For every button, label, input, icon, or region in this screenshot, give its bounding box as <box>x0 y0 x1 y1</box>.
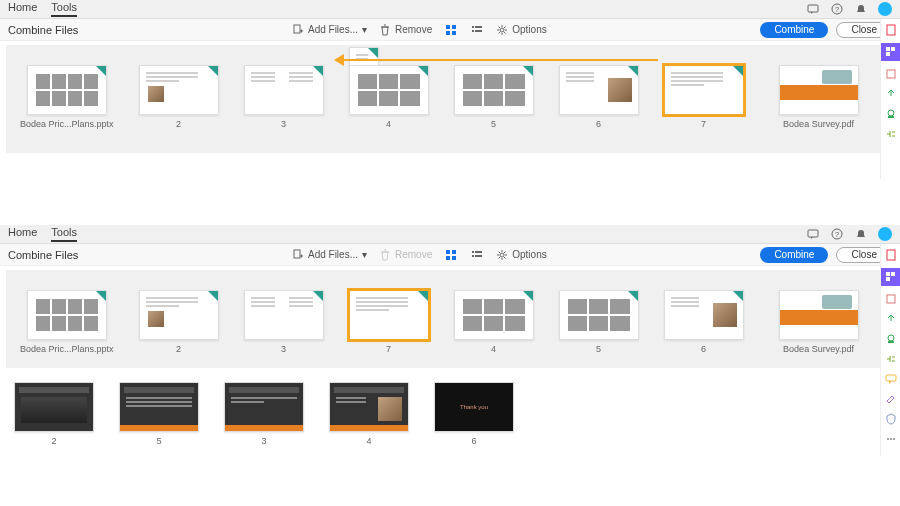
thumb-item[interactable]: 2 <box>139 290 219 354</box>
thumb-item[interactable]: 6 <box>559 65 639 129</box>
chevron-down-icon: ▾ <box>362 24 367 35</box>
svg-rect-15 <box>891 47 895 51</box>
thumb-item[interactable]: Thank you6 <box>434 382 514 446</box>
right-rail <box>880 244 900 456</box>
svg-rect-19 <box>888 116 894 118</box>
svg-rect-17 <box>887 70 895 78</box>
svg-rect-0 <box>808 5 818 12</box>
top-bar: Home Tools ? <box>0 225 900 244</box>
thumb-item[interactable]: 5 <box>559 290 639 354</box>
svg-rect-13 <box>887 25 895 35</box>
page-title: Combine Files <box>8 249 78 261</box>
tab-home[interactable]: Home <box>8 226 37 242</box>
list-view-icon[interactable] <box>470 248 484 262</box>
chat-icon[interactable] <box>806 2 820 16</box>
rail-crop-icon[interactable] <box>884 67 898 81</box>
rail-combine-icon[interactable] <box>881 268 901 286</box>
options-button[interactable]: Options <box>496 249 546 261</box>
tab-tools[interactable]: Tools <box>51 226 77 242</box>
thumb-area: Bodea Pric...Plans.pptx 2 3 4 5 6 7 Bode… <box>6 45 894 153</box>
svg-rect-8 <box>472 26 474 28</box>
tab-tools[interactable]: Tools <box>51 1 77 17</box>
svg-rect-35 <box>891 272 895 276</box>
svg-rect-39 <box>888 341 894 343</box>
svg-rect-30 <box>472 255 474 257</box>
thumb-item[interactable]: 7 <box>349 290 429 354</box>
chat-icon[interactable] <box>806 227 820 241</box>
options-button[interactable]: Options <box>496 24 546 36</box>
thumb-item[interactable]: Bodea Survey.pdf <box>779 290 859 354</box>
remove-button[interactable]: Remove <box>379 249 432 261</box>
thumb-area: Bodea Pric...Plans.pptx 2 3 7 4 5 6 Bode… <box>6 270 894 368</box>
thumb-item[interactable]: Bodea Survey.pdf <box>779 65 859 129</box>
svg-rect-34 <box>886 272 890 276</box>
svg-rect-26 <box>446 256 450 260</box>
right-rail <box>880 19 900 179</box>
thumb-item[interactable]: 5 <box>454 65 534 129</box>
grid-view-icon[interactable] <box>444 248 458 262</box>
help-icon[interactable]: ? <box>830 227 844 241</box>
svg-rect-7 <box>452 31 456 35</box>
bell-icon[interactable] <box>854 227 868 241</box>
rail-organize-icon[interactable] <box>884 127 898 141</box>
rail-pdf-icon[interactable] <box>884 248 898 262</box>
rail-organize-icon[interactable] <box>884 352 898 366</box>
svg-rect-5 <box>452 25 456 29</box>
svg-text:?: ? <box>835 5 840 14</box>
tab-home[interactable]: Home <box>8 1 37 17</box>
svg-point-32 <box>500 253 504 257</box>
svg-rect-40 <box>886 375 896 381</box>
rail-comment-icon[interactable] <box>884 372 898 386</box>
rail-export-icon[interactable] <box>884 312 898 326</box>
rail-combine-icon[interactable] <box>881 43 901 61</box>
combine-button[interactable]: Combine <box>760 22 828 38</box>
remove-button[interactable]: Remove <box>379 24 432 36</box>
svg-rect-10 <box>472 30 474 32</box>
svg-rect-24 <box>446 250 450 254</box>
thumb-item[interactable]: 2 <box>14 382 94 446</box>
thumb-item[interactable]: 3 <box>224 382 304 446</box>
rail-stamp-icon[interactable] <box>884 107 898 121</box>
rail-pdf-icon[interactable] <box>884 23 898 37</box>
rail-stamp-icon[interactable] <box>884 332 898 346</box>
grid-view-icon[interactable] <box>444 23 458 37</box>
svg-text:?: ? <box>835 230 840 239</box>
avatar[interactable] <box>878 2 892 16</box>
thumb-item[interactable]: 7 <box>664 65 744 129</box>
svg-rect-28 <box>472 251 474 253</box>
thumb-item[interactable]: 4 <box>454 290 534 354</box>
thumb-item[interactable]: 6 <box>664 290 744 354</box>
avatar[interactable] <box>878 227 892 241</box>
thumb-item[interactable]: 3 <box>244 290 324 354</box>
help-icon[interactable]: ? <box>830 2 844 16</box>
svg-rect-6 <box>446 31 450 35</box>
list-view-icon[interactable] <box>470 23 484 37</box>
svg-rect-9 <box>475 26 482 28</box>
combine-button[interactable]: Combine <box>760 247 828 263</box>
rail-fill-icon[interactable] <box>884 392 898 406</box>
thumb-item[interactable]: 4 <box>349 65 429 129</box>
thumb-item[interactable]: 4 <box>329 382 409 446</box>
chevron-down-icon: ▾ <box>362 249 367 260</box>
rail-crop-icon[interactable] <box>884 292 898 306</box>
thumb-item[interactable]: Bodea Pric...Plans.pptx <box>20 65 114 129</box>
rail-more-icon[interactable] <box>884 432 898 446</box>
add-files-button[interactable]: Add Files... ▾ <box>292 249 367 261</box>
sub-bar: Combine Files Add Files... ▾ Remove Opti… <box>0 19 900 41</box>
rail-export-icon[interactable] <box>884 87 898 101</box>
add-files-button[interactable]: Add Files... ▾ <box>292 24 367 36</box>
svg-rect-31 <box>475 255 482 257</box>
thumb-item[interactable]: Bodea Pric...Plans.pptx <box>20 290 114 354</box>
thumb-item[interactable]: 3 <box>244 65 324 129</box>
svg-rect-37 <box>887 295 895 303</box>
svg-rect-4 <box>446 25 450 29</box>
svg-rect-29 <box>475 251 482 253</box>
svg-point-41 <box>887 438 889 440</box>
bell-icon[interactable] <box>854 2 868 16</box>
svg-point-42 <box>890 438 892 440</box>
thumb-item[interactable]: 5 <box>119 382 199 446</box>
svg-rect-27 <box>452 256 456 260</box>
rail-protect-icon[interactable] <box>884 412 898 426</box>
thumb-item[interactable]: 2 <box>139 65 219 129</box>
panel-before: Home Tools ? Combine Files Add Files... … <box>0 0 900 180</box>
